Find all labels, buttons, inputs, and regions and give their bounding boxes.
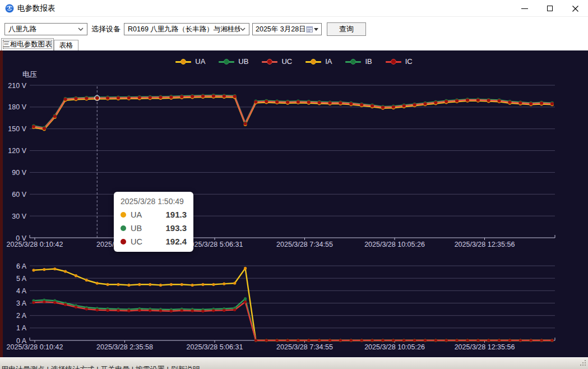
series-IC-marker — [43, 301, 45, 303]
series-IC-marker — [75, 306, 77, 308]
series-IA-marker — [180, 283, 183, 286]
legend-marker-icon — [175, 58, 191, 65]
series-IC-marker — [254, 339, 257, 342]
tooltip-timestamp: 2025/3/28 1:50:49 — [121, 197, 187, 206]
maximize-button[interactable] — [537, 0, 563, 17]
legend-item-ic: IC — [386, 57, 413, 66]
series-IC-marker — [550, 339, 553, 342]
legend-label: IC — [405, 57, 413, 66]
series-UC-marker — [455, 99, 459, 103]
series-IC-marker — [53, 301, 56, 304]
series-IC-marker — [456, 339, 459, 342]
series-IC-marker — [180, 309, 183, 312]
x-tick-label: 2025/3/28 7:34:55 — [276, 343, 333, 351]
series-UC-marker — [43, 127, 46, 130]
series-UC-marker — [127, 96, 131, 99]
series-UC-marker — [254, 100, 257, 104]
legend-item-ua: UA — [175, 57, 205, 66]
legend-marker-icon — [305, 58, 321, 65]
series-IC-marker — [191, 310, 194, 312]
series-UC-marker — [476, 98, 480, 102]
series-UC-marker — [413, 103, 416, 107]
series-IC-marker — [508, 339, 511, 342]
y-tick-label: 120 V — [8, 147, 26, 155]
query-button[interactable]: 查询 — [327, 22, 366, 36]
x-tick-label: 2025/3/28 5:06:31 — [187, 241, 243, 248]
dropdown-arrow-icon — [314, 28, 318, 31]
device-label: 选择设备 — [91, 23, 121, 35]
series-UC-marker — [106, 96, 109, 100]
toolbar: 八里九路 选择设备 R0169 八里九路（长丰路）与湘桂线交 2025年 3月2… — [0, 17, 588, 38]
close-button[interactable] — [562, 0, 588, 17]
series-UC-marker — [275, 100, 279, 104]
minimize-button[interactable] — [512, 0, 538, 17]
series-dot-icon — [121, 239, 126, 245]
series-IA-marker — [85, 279, 88, 282]
tab-table[interactable]: 表格 — [54, 40, 78, 50]
x-tick-label: 2025/3/28 2:35:58 — [96, 343, 153, 351]
series-IC-marker — [487, 339, 490, 342]
resize-grip-icon[interactable] — [578, 360, 586, 367]
series-IA-marker — [127, 284, 130, 287]
series-UC-marker — [32, 125, 35, 128]
series-UC-marker — [381, 105, 385, 109]
x-tick-label: 2025/3/28 5:06:31 — [187, 343, 243, 351]
x-tick-label: 2025/3/28 7:34:55 — [276, 241, 333, 248]
series-UC-marker — [149, 96, 152, 99]
series-IC-marker — [498, 339, 501, 342]
series-UC-marker — [212, 94, 215, 98]
series-IC-marker — [170, 310, 173, 312]
y-tick-label: 150 V — [8, 125, 26, 133]
series-UC-marker — [75, 97, 78, 100]
series-UC-marker — [297, 100, 300, 104]
series-UC-marker — [508, 100, 512, 104]
series-IC-marker — [201, 310, 204, 312]
legend-marker-icon — [262, 58, 277, 65]
series-IC-marker — [233, 308, 236, 311]
date-picker[interactable]: 2025年 3月28日 — [252, 23, 322, 35]
app-window: 电参数报表 八里九路 选择设备 R0169 八里九路（长丰路）与湘桂线交 202… — [0, 0, 588, 369]
series-IA-marker — [64, 270, 67, 273]
series-IC-marker — [381, 339, 384, 342]
series-IC-marker — [445, 339, 448, 342]
series-IA-marker — [117, 283, 119, 286]
series-UC-marker — [550, 102, 554, 105]
legend-item-ub: UB — [219, 57, 248, 66]
x-tick-label: 2025/3/28 10:05:26 — [364, 343, 425, 351]
series-UC-marker — [307, 100, 311, 104]
tab-table-label: 表格 — [59, 41, 73, 49]
chevron-down-icon — [240, 27, 246, 31]
series-IA-marker — [96, 282, 99, 284]
series-IC-marker — [107, 309, 109, 312]
series-IA-marker — [138, 283, 141, 286]
tab-chart-label: 三相电参数图表 — [3, 40, 52, 48]
series-UC-marker — [117, 96, 120, 100]
series-IC-marker — [127, 310, 130, 312]
legend-marker-icon — [345, 58, 361, 65]
x-tick-label: 2025/3/28 12:35:56 — [455, 241, 515, 248]
series-IC-marker — [476, 339, 479, 342]
chart-tooltip: 2025/3/28 1:50:49 UA191.3 UB193.3 UC192.… — [114, 192, 193, 252]
series-IC-marker — [424, 339, 427, 342]
device-select[interactable]: R0169 八里九路（长丰路）与湘桂线交 — [124, 23, 249, 35]
y-tick-label: 3 A — [16, 299, 27, 307]
series-UC-marker — [487, 99, 490, 102]
device-select-value: R0169 八里九路（长丰路）与湘桂线交 — [124, 25, 240, 34]
station-select[interactable]: 八里九路 — [4, 23, 87, 35]
charts-canvas: 0 V30 V60 V90 V120 V150 V180 V210 V2025/… — [0, 50, 588, 357]
series-UC-marker — [95, 96, 99, 100]
legend-label: UA — [195, 57, 205, 66]
series-UC-marker — [233, 95, 237, 98]
series-IA-line — [34, 268, 552, 340]
series-IA-marker — [149, 283, 151, 286]
window-title: 电参数报表 — [17, 0, 55, 17]
series-UC-marker — [328, 102, 332, 105]
series-UC-marker — [529, 102, 533, 105]
series-IA-marker — [233, 282, 236, 284]
series-IC-marker — [339, 339, 342, 342]
legend-label: UB — [238, 57, 248, 66]
chevron-down-icon — [78, 27, 84, 31]
series-UC-marker — [180, 95, 183, 99]
series-IA-marker — [53, 267, 56, 270]
tab-chart[interactable]: 三相电参数图表 — [1, 38, 54, 50]
